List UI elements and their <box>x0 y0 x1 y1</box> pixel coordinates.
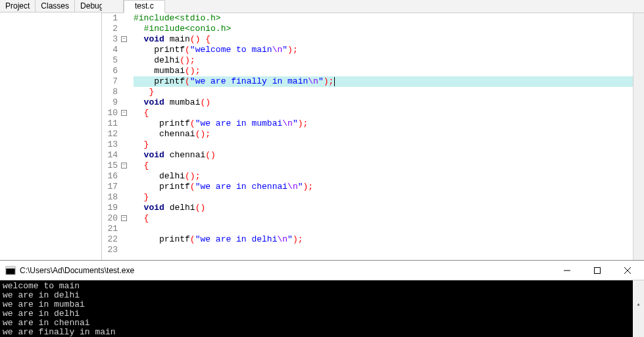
text-caret <box>334 77 335 86</box>
fold-toggle-icon[interactable]: − <box>121 215 127 221</box>
line-number: 7 <box>102 76 118 87</box>
line-number: 22 <box>102 234 118 245</box>
tab-project[interactable]: Project <box>0 0 36 12</box>
line-number: 6 <box>102 66 118 76</box>
code-line[interactable]: delhi(); <box>134 55 633 66</box>
fold-toggle-icon[interactable]: − <box>121 163 127 168</box>
side-tab-row: Project Classes Debug <box>0 0 101 13</box>
code-area[interactable]: #include<stdio.h> #include<conio.h> void… <box>130 13 633 260</box>
line-number: 21 <box>102 224 118 234</box>
editor-column: test.c 123456789101112131415161718192021… <box>102 0 644 260</box>
editor-area: Project Classes Debug test.c 12345678910… <box>0 0 644 260</box>
code-line[interactable]: printf("we are finally in main\n"); <box>134 76 633 87</box>
code-line[interactable]: printf("welcome to main\n"); <box>134 45 633 55</box>
code-line[interactable]: #include<stdio.h> <box>134 13 633 24</box>
tab-classes[interactable]: Classes <box>36 0 75 12</box>
code-line[interactable]: void main() { <box>134 34 633 45</box>
line-number: 11 <box>102 118 118 129</box>
line-number: 9 <box>102 97 118 108</box>
line-number: 13 <box>102 140 118 150</box>
code-line[interactable]: #include<conio.h> <box>134 24 633 34</box>
line-number: 3 <box>102 34 118 45</box>
code-line[interactable]: } <box>134 192 633 203</box>
line-number: 2 <box>102 24 118 34</box>
file-tab-spacer <box>102 0 124 13</box>
side-panel-body <box>0 13 101 260</box>
editor[interactable]: 1234567891011121314151617181920212223 −−… <box>102 13 644 260</box>
line-number: 10 <box>102 108 118 118</box>
svg-rect-3 <box>595 267 601 273</box>
line-number: 16 <box>102 171 118 182</box>
gutter: 1234567891011121314151617181920212223 <box>102 13 120 260</box>
fold-column: −−−− <box>120 13 130 260</box>
line-number: 18 <box>102 192 118 203</box>
code-line[interactable]: printf("we are in chennai\n"); <box>134 182 633 192</box>
fold-toggle-icon[interactable]: − <box>121 110 127 116</box>
code-line[interactable]: { <box>134 213 633 224</box>
file-tab-row: test.c <box>102 0 644 13</box>
line-number: 19 <box>102 203 118 213</box>
line-number: 20 <box>102 213 118 224</box>
code-line[interactable] <box>134 224 633 234</box>
code-line[interactable]: mumbai(); <box>134 66 633 76</box>
console-window: C:\Users\Ad\Documents\test.exe welcome t… <box>0 260 644 337</box>
console-titlebar[interactable]: C:\Users\Ad\Documents\test.exe <box>0 261 644 280</box>
console-scrollbar[interactable]: ▴ <box>633 280 644 337</box>
side-panel: Project Classes Debug <box>0 0 102 260</box>
code-line[interactable]: printf("we are in delhi\n"); <box>134 234 633 245</box>
svg-rect-1 <box>6 267 15 269</box>
console-app-icon <box>5 265 16 276</box>
line-number: 8 <box>102 87 118 97</box>
fold-toggle-icon[interactable]: − <box>121 36 127 42</box>
code-line[interactable]: { <box>134 108 633 118</box>
code-line[interactable]: void delhi() <box>134 203 633 213</box>
maximize-button[interactable] <box>582 261 612 280</box>
code-line[interactable]: void mumbai() <box>134 97 633 108</box>
code-line[interactable]: printf("we are in mumbai\n"); <box>134 118 633 129</box>
line-number: 5 <box>102 55 118 66</box>
console-output[interactable]: welcome to main we are in delhi we are i… <box>0 280 644 337</box>
code-line[interactable]: chennai(); <box>134 129 633 140</box>
line-number: 15 <box>102 161 118 171</box>
vertical-scrollbar[interactable] <box>633 13 644 260</box>
code-line[interactable]: delhi(); <box>134 171 633 182</box>
line-number: 1 <box>102 13 118 24</box>
close-button[interactable] <box>612 261 643 280</box>
line-number: 12 <box>102 129 118 140</box>
code-line[interactable]: void chennai() <box>134 150 633 161</box>
console-title: C:\Users\Ad\Documents\test.exe <box>20 266 552 275</box>
app-root: Project Classes Debug test.c 12345678910… <box>0 0 644 337</box>
line-number: 4 <box>102 45 118 55</box>
file-tab-active[interactable]: test.c <box>124 0 165 13</box>
code-line[interactable] <box>134 245 633 255</box>
console-text: welcome to main we are in delhi we are i… <box>3 282 641 337</box>
code-line[interactable]: { <box>134 161 633 171</box>
line-number: 17 <box>102 182 118 192</box>
code-line[interactable]: } <box>134 140 633 150</box>
code-line[interactable]: } <box>134 87 633 97</box>
scroll-up-icon[interactable]: ▴ <box>633 299 644 310</box>
minimize-button[interactable] <box>552 261 582 280</box>
line-number: 23 <box>102 245 118 255</box>
line-number: 14 <box>102 150 118 161</box>
